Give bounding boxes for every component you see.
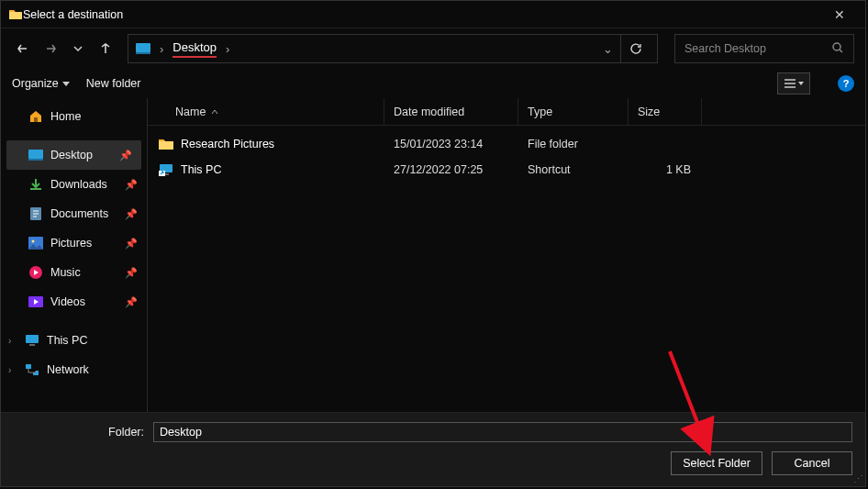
nav-bar: › Desktop › ⌄ Search Desktop (1, 28, 865, 69)
folder-icon (159, 137, 173, 151)
file-type: File folder (518, 138, 629, 150)
back-button[interactable] (12, 36, 34, 61)
sidebar-item-downloads[interactable]: Downloads 📌 (1, 170, 147, 199)
svg-rect-1 (136, 52, 150, 54)
home-icon (28, 109, 43, 124)
folder-icon (8, 7, 23, 22)
file-type: Shortcut (518, 163, 629, 176)
sidebar-item-documents[interactable]: Documents 📌 (1, 199, 147, 228)
svg-point-2 (833, 43, 840, 50)
titlebar: Select a destination ✕ (1, 1, 865, 28)
svg-rect-11 (26, 335, 39, 343)
chevron-right-icon[interactable]: › (160, 42, 163, 56)
file-row[interactable]: This PC 27/12/2022 07:25 Shortcut 1 KB (148, 157, 865, 183)
navigation-pane: Home Desktop 📌 Downloads 📌 Documents 📌 P… (1, 98, 148, 412)
pictures-icon (28, 236, 43, 250)
up-button[interactable] (95, 36, 117, 61)
dropdown-chevron-icon[interactable]: ⌄ (603, 42, 613, 56)
svg-rect-12 (29, 344, 35, 346)
recent-locations-button[interactable] (67, 36, 89, 61)
file-name: This PC (181, 163, 221, 176)
svg-point-8 (32, 240, 35, 243)
svg-rect-3 (34, 117, 38, 122)
column-name[interactable]: Name (148, 98, 384, 125)
column-type[interactable]: Type (518, 98, 629, 125)
dialog-footer: Folder: Select Folder Cancel (1, 412, 865, 486)
svg-rect-4 (28, 150, 43, 159)
content-area: Home Desktop 📌 Downloads 📌 Documents 📌 P… (1, 98, 865, 412)
forward-button[interactable] (39, 36, 61, 61)
close-button[interactable]: ✕ (821, 7, 858, 22)
desktop-icon (28, 148, 43, 162)
svg-rect-5 (28, 159, 43, 161)
file-date: 27/12/2022 07:25 (384, 163, 518, 176)
sidebar-item-pictures[interactable]: Pictures 📌 (1, 228, 147, 258)
pin-icon: 📌 (125, 296, 138, 308)
new-folder-button[interactable]: New folder (86, 77, 141, 90)
column-size[interactable]: Size (629, 98, 702, 125)
dialog-window: Select a destination ✕ › Desktop › ⌄ (0, 0, 866, 487)
network-icon (25, 362, 39, 377)
file-items: Research Pictures 15/01/2023 23:14 File … (148, 126, 865, 183)
view-options-button[interactable] (777, 72, 810, 94)
chevron-right-icon[interactable]: › (8, 365, 11, 375)
pin-icon: 📌 (119, 150, 132, 161)
svg-rect-13 (26, 364, 31, 369)
sidebar-item-home[interactable]: Home (1, 102, 147, 131)
pc-icon (25, 333, 39, 348)
search-icon (831, 41, 844, 57)
breadcrumb-desktop[interactable]: Desktop (172, 40, 217, 58)
sidebar-item-music[interactable]: Music 📌 (1, 258, 147, 287)
column-date-modified[interactable]: Date modified (384, 98, 518, 125)
search-input[interactable]: Search Desktop (674, 34, 854, 63)
svg-rect-0 (136, 43, 150, 52)
search-placeholder: Search Desktop (684, 42, 824, 55)
sidebar-item-desktop[interactable]: Desktop 📌 (6, 140, 141, 170)
download-icon (28, 177, 43, 192)
help-button[interactable]: ? (838, 75, 854, 92)
sidebar-item-network[interactable]: › Network (1, 355, 147, 384)
folder-name-input[interactable] (153, 422, 852, 442)
pin-icon: 📌 (125, 208, 138, 220)
documents-icon (28, 206, 43, 221)
sort-ascending-icon (211, 109, 218, 115)
folder-label: Folder: (14, 426, 144, 439)
resize-grip[interactable]: ⋰ (853, 473, 863, 485)
desktop-icon (136, 43, 150, 54)
chevron-right-icon[interactable]: › (8, 336, 11, 346)
chevron-right-icon[interactable]: › (226, 42, 229, 56)
music-icon (28, 265, 43, 280)
command-bar: Organize New folder ? (1, 69, 865, 98)
shortcut-icon (159, 162, 173, 177)
address-bar[interactable]: › Desktop › ⌄ (128, 34, 658, 63)
file-row[interactable]: Research Pictures 15/01/2023 23:14 File … (148, 131, 865, 157)
sidebar-item-videos[interactable]: Videos 📌 (1, 287, 147, 317)
file-date: 15/01/2023 23:14 (384, 138, 518, 150)
select-folder-button[interactable]: Select Folder (671, 451, 762, 475)
file-size: 1 KB (629, 163, 702, 176)
refresh-button[interactable] (620, 34, 650, 63)
videos-icon (28, 295, 43, 309)
sidebar-item-this-pc[interactable]: › This PC (1, 326, 147, 355)
pin-icon: 📌 (125, 267, 138, 279)
pin-icon: 📌 (125, 238, 138, 250)
column-headers: Name Date modified Type Size (148, 98, 865, 126)
cancel-button[interactable]: Cancel (772, 451, 852, 475)
organize-button[interactable]: Organize (12, 77, 70, 90)
window-title: Select a destination (23, 8, 821, 21)
file-list-view: Name Date modified Type Size Research Pi… (148, 98, 865, 412)
pin-icon: 📌 (125, 179, 138, 191)
file-name: Research Pictures (181, 138, 274, 150)
